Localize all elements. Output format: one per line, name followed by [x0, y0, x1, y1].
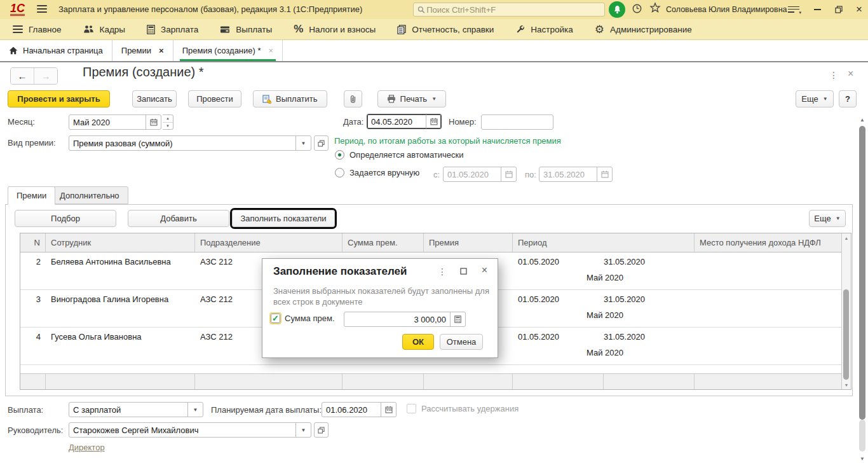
col-department[interactable]: Подразделение	[195, 233, 342, 252]
restore-button[interactable]	[830, 0, 848, 19]
period-to-input[interactable]	[539, 167, 597, 181]
close-window-button[interactable]: ×	[850, 0, 868, 19]
favorites-star-icon[interactable]	[649, 2, 661, 13]
premium-kind-input[interactable]	[69, 136, 295, 150]
tab-premiums[interactable]: Премии	[8, 186, 55, 205]
scroll-thumb[interactable]	[843, 289, 849, 380]
checkbox-unchecked-icon[interactable]	[407, 404, 416, 413]
scroll-up-icon[interactable]: ▲	[858, 116, 866, 123]
dropdown-icon[interactable]: ▼	[295, 136, 311, 150]
dialog-ok-button[interactable]: ОК	[402, 334, 434, 350]
form-menu-kebab-icon[interactable]: ⋮	[829, 70, 838, 80]
month-stepper[interactable]: ▲ ▼	[163, 114, 173, 130]
radio-manual-option[interactable]: Задается вручную	[335, 168, 419, 177]
planned-date-field[interactable]	[322, 402, 397, 417]
period-from-input[interactable]	[444, 167, 501, 181]
radio-selected-icon[interactable]	[335, 150, 344, 160]
help-button[interactable]: ?	[839, 90, 857, 107]
main-menu-icon[interactable]	[37, 3, 47, 15]
menu-item-reports[interactable]: Отчетность, справки	[397, 25, 494, 34]
date-input[interactable]	[367, 114, 426, 128]
manager-position-link[interactable]: Директор	[69, 443, 105, 452]
manager-field[interactable]: ▼	[69, 422, 311, 438]
amount-field[interactable]	[344, 312, 466, 327]
col-period[interactable]: Период	[513, 233, 695, 252]
open-manager-button[interactable]	[314, 422, 329, 438]
checkbox-checked-icon[interactable]: ✓	[271, 314, 280, 323]
menu-item-taxes[interactable]: % Налоги и взносы	[294, 23, 376, 36]
calendar-icon[interactable]	[381, 403, 396, 417]
save-button[interactable]: Записать	[132, 90, 177, 107]
number-input[interactable]	[482, 115, 553, 129]
menu-item-salary[interactable]: Зарплата	[147, 25, 198, 34]
table-more-button[interactable]: Еще ▼	[809, 210, 846, 227]
menu-item-settings[interactable]: Настройка	[515, 25, 573, 34]
dropdown-icon[interactable]: ▼	[187, 403, 203, 417]
dialog-maximize-icon[interactable]	[460, 268, 467, 275]
service-menu-icon[interactable]: ▾	[788, 4, 799, 14]
number-field[interactable]	[481, 114, 553, 130]
add-row-button[interactable]: Добавить	[128, 210, 229, 227]
date-field[interactable]	[367, 114, 442, 129]
menu-item-main[interactable]: Главное	[13, 24, 62, 35]
calculator-icon[interactable]	[450, 312, 465, 326]
minimize-button[interactable]	[808, 0, 826, 19]
menu-item-payments[interactable]: Выплаты	[220, 25, 272, 34]
close-tab-icon[interactable]: ×	[269, 46, 274, 55]
current-user-name[interactable]: Соловьева Юлия Владимировна	[666, 5, 787, 14]
pay-button[interactable]: Выплатить	[253, 90, 327, 107]
premium-kind-field[interactable]: ▼	[69, 135, 311, 151]
scroll-up-icon[interactable]: ▲	[842, 233, 851, 242]
col-n[interactable]: N	[20, 233, 46, 252]
form-close-icon[interactable]: ×	[848, 68, 853, 79]
period-from-field[interactable]	[443, 167, 517, 182]
menu-item-personnel[interactable]: Кадры	[83, 25, 125, 34]
scroll-down-icon[interactable]: ▼	[858, 455, 866, 462]
dialog-close-icon[interactable]: ×	[482, 266, 487, 275]
month-field[interactable]	[69, 114, 161, 130]
radio-unselected-icon[interactable]	[335, 168, 344, 177]
col-employee[interactable]: Сотрудник	[46, 233, 195, 252]
month-input[interactable]	[69, 115, 146, 129]
step-down-icon[interactable]: ▼	[163, 123, 173, 130]
col-amount[interactable]: Сумма прем.	[342, 233, 424, 252]
search-input[interactable]	[425, 4, 600, 15]
calendar-icon[interactable]	[146, 115, 161, 129]
radio-auto-option[interactable]: Определяется автоматически	[335, 150, 464, 160]
step-up-icon[interactable]: ▲	[163, 115, 173, 123]
amount-input[interactable]	[344, 312, 450, 326]
back-button[interactable]: ←	[11, 68, 34, 84]
col-premium[interactable]: Премия	[424, 233, 513, 252]
attachments-button[interactable]	[344, 90, 362, 107]
amount-checkbox-option[interactable]: ✓ Сумма прем.	[271, 314, 335, 323]
payout-field[interactable]: ▼	[69, 402, 203, 417]
open-premium-kind-button[interactable]	[314, 135, 329, 151]
scroll-thumb[interactable]	[859, 126, 865, 420]
scroll-down-icon[interactable]: ▼	[842, 380, 851, 389]
notifications-button[interactable]	[609, 1, 625, 18]
forward-button[interactable]: →	[34, 68, 57, 84]
print-button[interactable]: Печать ▼	[377, 90, 447, 107]
dropdown-icon[interactable]: ▼	[295, 423, 311, 437]
tab-premium-creation[interactable]: Премия (создание) * ×	[173, 40, 283, 61]
dialog-menu-kebab-icon[interactable]: ⋮	[438, 267, 447, 276]
post-and-close-button[interactable]: Провести и закрыть	[8, 90, 110, 107]
fill-indicators-button[interactable]: Заполнить показатели	[232, 210, 335, 227]
tab-premiums-list[interactable]: Премии ×	[112, 40, 173, 61]
period-to-field[interactable]	[539, 167, 613, 182]
form-more-button[interactable]: Еще ▼	[796, 90, 834, 107]
col-ndfl-place[interactable]: Место получения дохода НДФЛ	[695, 233, 842, 252]
manager-input[interactable]	[69, 423, 295, 437]
payout-input[interactable]	[69, 403, 187, 417]
form-scrollbar[interactable]: ▲ ▼	[858, 116, 866, 462]
scroll-track[interactable]	[859, 420, 865, 452]
dialog-cancel-button[interactable]: Отмена	[440, 334, 483, 350]
table-scrollbar[interactable]: ▲ ▼	[841, 233, 851, 389]
close-tab-icon[interactable]: ×	[159, 46, 164, 55]
pick-employees-button[interactable]: Подбор	[15, 210, 116, 227]
tab-home[interactable]: Начальная страница	[0, 40, 112, 61]
planned-date-input[interactable]	[322, 403, 381, 417]
menu-item-administration[interactable]: ⚙ Администрирование	[595, 24, 692, 35]
post-button[interactable]: Провести	[188, 90, 241, 107]
tab-additional[interactable]: Дополнительно	[51, 186, 128, 204]
